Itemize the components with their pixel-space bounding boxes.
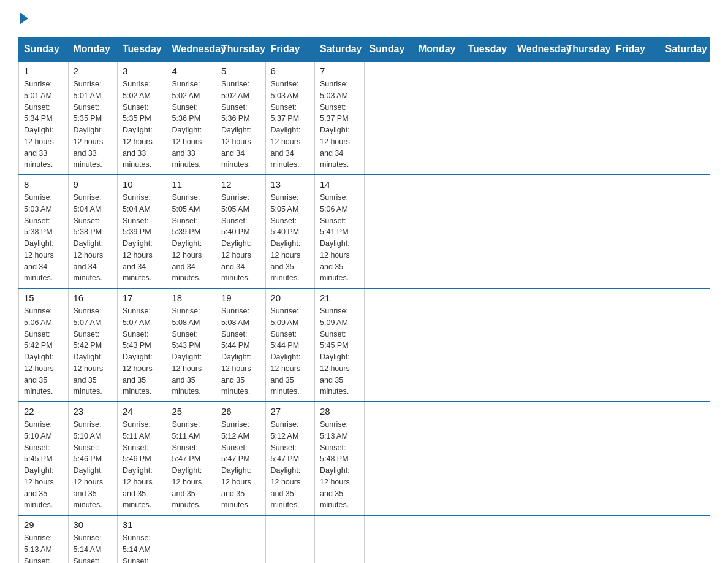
- day-info: Sunrise: 5:11 AMSunset: 5:46 PMDaylight:…: [123, 419, 162, 511]
- day-info: Sunrise: 5:01 AMSunset: 5:34 PMDaylight:…: [24, 79, 63, 170]
- calendar-cell: [315, 515, 365, 563]
- day-info: Sunrise: 5:11 AMSunset: 5:47 PMDaylight:…: [172, 419, 211, 511]
- calendar-cell: 18 Sunrise: 5:08 AMSunset: 5:43 PMDaylig…: [167, 288, 216, 402]
- day-number: 22: [24, 406, 63, 416]
- day-number: 6: [271, 66, 310, 76]
- day-number: 24: [123, 406, 162, 416]
- day-number: 27: [271, 406, 310, 416]
- day-info: Sunrise: 5:03 AMSunset: 5:37 PMDaylight:…: [271, 79, 310, 170]
- calendar-week-row: 1 Sunrise: 5:01 AMSunset: 5:34 PMDayligh…: [19, 61, 710, 175]
- day-number: 7: [320, 66, 359, 76]
- day-number: 10: [123, 179, 162, 190]
- calendar-cell: 27 Sunrise: 5:12 AMSunset: 5:47 PMDaylig…: [265, 402, 315, 515]
- day-info: Sunrise: 5:12 AMSunset: 5:47 PMDaylight:…: [271, 419, 310, 511]
- day-info: Sunrise: 5:04 AMSunset: 5:39 PMDaylight:…: [123, 192, 162, 284]
- day-info: Sunrise: 5:02 AMSunset: 5:35 PMDaylight:…: [123, 79, 162, 170]
- header-tuesday: Tuesday: [463, 37, 512, 62]
- day-info: Sunrise: 5:09 AMSunset: 5:45 PMDaylight:…: [320, 305, 359, 397]
- calendar-week-row: 15 Sunrise: 5:06 AMSunset: 5:42 PMDaylig…: [19, 288, 710, 402]
- day-info: Sunrise: 5:05 AMSunset: 5:40 PMDaylight:…: [271, 192, 310, 284]
- calendar-cell: 30 Sunrise: 5:14 AMSunset: 5:49 PMDaylig…: [68, 515, 118, 563]
- day-number: 29: [24, 519, 63, 530]
- day-info: Sunrise: 5:07 AMSunset: 5:43 PMDaylight:…: [123, 305, 162, 397]
- day-info: Sunrise: 5:12 AMSunset: 5:47 PMDaylight:…: [221, 419, 260, 511]
- header-saturday: Saturday: [660, 37, 710, 62]
- header-tuesday: Tuesday: [118, 37, 167, 62]
- day-number: 5: [221, 66, 260, 76]
- day-info: Sunrise: 5:08 AMSunset: 5:43 PMDaylight:…: [172, 305, 211, 397]
- header-sunday: Sunday: [19, 37, 69, 62]
- day-number: 9: [74, 179, 113, 190]
- header-thursday: Thursday: [216, 37, 266, 62]
- day-number: 26: [221, 406, 260, 416]
- calendar-cell: [216, 515, 266, 563]
- calendar-cell: 14 Sunrise: 5:06 AMSunset: 5:41 PMDaylig…: [315, 175, 365, 288]
- calendar-cell: 20 Sunrise: 5:09 AMSunset: 5:44 PMDaylig…: [265, 288, 315, 402]
- day-info: Sunrise: 5:03 AMSunset: 5:38 PMDaylight:…: [24, 192, 63, 284]
- day-number: 31: [123, 519, 162, 530]
- calendar-table: SundayMondayTuesdayWednesdayThursdayFrid…: [18, 37, 710, 563]
- calendar-cell: 8 Sunrise: 5:03 AMSunset: 5:38 PMDayligh…: [19, 175, 69, 288]
- header-monday: Monday: [68, 37, 118, 62]
- header-wednesday: Wednesday: [167, 37, 216, 62]
- day-info: Sunrise: 5:13 AMSunset: 5:48 PMDaylight:…: [320, 419, 359, 511]
- calendar-cell: 4 Sunrise: 5:02 AMSunset: 5:36 PMDayligh…: [167, 61, 216, 175]
- day-info: Sunrise: 5:06 AMSunset: 5:41 PMDaylight:…: [320, 192, 359, 284]
- day-info: Sunrise: 5:10 AMSunset: 5:45 PMDaylight:…: [24, 419, 63, 511]
- logo: [18, 12, 29, 25]
- day-info: Sunrise: 5:06 AMSunset: 5:42 PMDaylight:…: [24, 305, 63, 397]
- page-header: [18, 12, 710, 25]
- calendar-cell: 25 Sunrise: 5:11 AMSunset: 5:47 PMDaylig…: [167, 402, 216, 515]
- calendar-cell: 1 Sunrise: 5:01 AMSunset: 5:34 PMDayligh…: [19, 61, 69, 175]
- day-info: Sunrise: 5:14 AMSunset: 5:49 PMDaylight:…: [74, 532, 113, 563]
- calendar-cell: 11 Sunrise: 5:05 AMSunset: 5:39 PMDaylig…: [167, 175, 216, 288]
- day-info: Sunrise: 5:02 AMSunset: 5:36 PMDaylight:…: [221, 79, 260, 170]
- calendar-cell: 16 Sunrise: 5:07 AMSunset: 5:42 PMDaylig…: [68, 288, 118, 402]
- day-info: Sunrise: 5:04 AMSunset: 5:38 PMDaylight:…: [74, 192, 113, 284]
- day-number: 2: [74, 66, 113, 76]
- day-number: 8: [24, 179, 63, 190]
- day-info: Sunrise: 5:02 AMSunset: 5:36 PMDaylight:…: [172, 79, 211, 170]
- calendar-week-row: 29 Sunrise: 5:13 AMSunset: 5:48 PMDaylig…: [19, 515, 710, 563]
- day-number: 23: [74, 406, 113, 416]
- calendar-cell: [265, 515, 315, 563]
- day-number: 15: [24, 293, 63, 303]
- calendar-cell: 26 Sunrise: 5:12 AMSunset: 5:47 PMDaylig…: [216, 402, 266, 515]
- day-info: Sunrise: 5:08 AMSunset: 5:44 PMDaylight:…: [221, 305, 260, 397]
- calendar-cell: 19 Sunrise: 5:08 AMSunset: 5:44 PMDaylig…: [216, 288, 266, 402]
- calendar-week-row: 8 Sunrise: 5:03 AMSunset: 5:38 PMDayligh…: [19, 175, 710, 288]
- header-monday: Monday: [414, 37, 463, 62]
- day-number: 1: [24, 66, 63, 76]
- day-number: 12: [221, 179, 260, 190]
- day-info: Sunrise: 5:10 AMSunset: 5:46 PMDaylight:…: [74, 419, 113, 511]
- calendar-cell: 5 Sunrise: 5:02 AMSunset: 5:36 PMDayligh…: [216, 61, 266, 175]
- calendar-cell: 21 Sunrise: 5:09 AMSunset: 5:45 PMDaylig…: [315, 288, 365, 402]
- calendar-cell: 15 Sunrise: 5:06 AMSunset: 5:42 PMDaylig…: [19, 288, 69, 402]
- day-number: 3: [123, 66, 162, 76]
- day-info: Sunrise: 5:05 AMSunset: 5:39 PMDaylight:…: [172, 192, 211, 284]
- day-info: Sunrise: 5:13 AMSunset: 5:48 PMDaylight:…: [24, 532, 63, 563]
- calendar-cell: 22 Sunrise: 5:10 AMSunset: 5:45 PMDaylig…: [19, 402, 69, 515]
- day-number: 14: [320, 179, 359, 190]
- calendar-cell: 9 Sunrise: 5:04 AMSunset: 5:38 PMDayligh…: [68, 175, 118, 288]
- calendar-cell: 6 Sunrise: 5:03 AMSunset: 5:37 PMDayligh…: [265, 61, 315, 175]
- calendar-cell: 31 Sunrise: 5:14 AMSunset: 5:49 PMDaylig…: [118, 515, 167, 563]
- header-saturday: Saturday: [315, 37, 365, 62]
- calendar-header-row: SundayMondayTuesdayWednesdayThursdayFrid…: [19, 37, 710, 62]
- day-info: Sunrise: 5:05 AMSunset: 5:40 PMDaylight:…: [221, 192, 260, 284]
- day-number: 17: [123, 293, 162, 303]
- day-info: Sunrise: 5:07 AMSunset: 5:42 PMDaylight:…: [74, 305, 113, 397]
- day-number: 18: [172, 293, 211, 303]
- calendar-cell: 12 Sunrise: 5:05 AMSunset: 5:40 PMDaylig…: [216, 175, 266, 288]
- calendar-cell: 2 Sunrise: 5:01 AMSunset: 5:35 PMDayligh…: [68, 61, 118, 175]
- calendar-cell: 29 Sunrise: 5:13 AMSunset: 5:48 PMDaylig…: [19, 515, 69, 563]
- calendar-cell: 23 Sunrise: 5:10 AMSunset: 5:46 PMDaylig…: [68, 402, 118, 515]
- day-number: 20: [271, 293, 310, 303]
- header-thursday: Thursday: [561, 37, 611, 62]
- day-number: 28: [320, 406, 359, 416]
- calendar-cell: 13 Sunrise: 5:05 AMSunset: 5:40 PMDaylig…: [265, 175, 315, 288]
- header-friday: Friday: [265, 37, 315, 62]
- day-number: 19: [221, 293, 260, 303]
- day-number: 30: [74, 519, 113, 530]
- calendar-week-row: 22 Sunrise: 5:10 AMSunset: 5:45 PMDaylig…: [19, 402, 710, 515]
